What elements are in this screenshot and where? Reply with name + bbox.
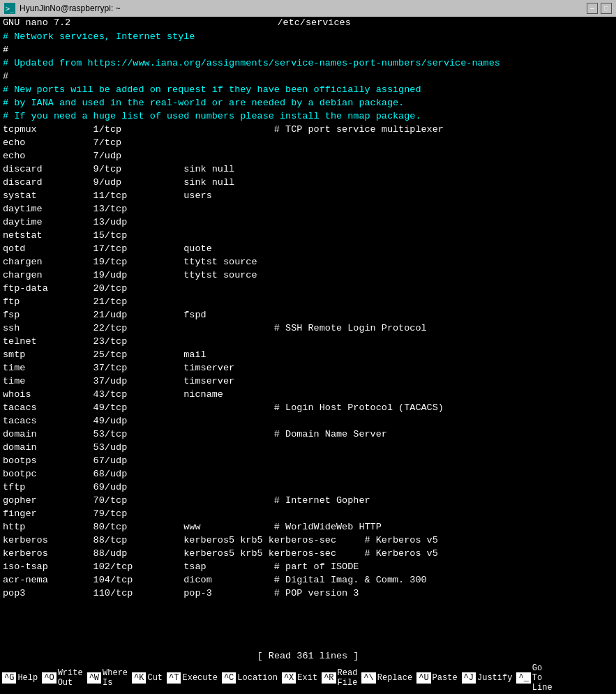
close-button[interactable]: □ xyxy=(601,3,612,14)
shortcut-bar: ^GHelp^OWrite Out^WWhere Is^KCut^TExecut… xyxy=(0,662,616,694)
editor-line: chargen 19/tcp ttytst source xyxy=(3,255,613,269)
editor-line: # Network services, Internet style xyxy=(3,30,613,43)
shortcut-label: Cut xyxy=(147,673,163,683)
shortcut-label: Execute xyxy=(182,673,217,683)
editor-line: daytime 13/udp xyxy=(3,216,613,229)
shortcut-key: ^\ xyxy=(361,672,375,684)
editor-line: netstat 15/tcp xyxy=(3,229,613,242)
editor-line: kerberos 88/udp kerberos5 krb5 kerberos-… xyxy=(3,547,613,560)
shortcut-item[interactable]: ^\Replace xyxy=(359,662,414,694)
shortcut-key: ^R xyxy=(322,672,336,684)
editor-line: bootpc 68/udp xyxy=(3,467,613,481)
shortcut-key: ^G xyxy=(2,672,16,684)
terminal-icon: >_ xyxy=(4,3,15,14)
shortcut-label: Read File xyxy=(338,668,358,688)
editor-line: tacacs 49/tcp # Login Host Protocol (TAC… xyxy=(3,401,613,414)
shortcut-row: ^GHelp^OWrite Out^WWhere Is^KCut^TExecut… xyxy=(0,662,280,694)
editor-line: smtp 25/tcp mail xyxy=(3,348,613,361)
editor-line: domain 53/udp xyxy=(3,441,613,454)
shortcut-key: ^T xyxy=(167,672,181,684)
shortcut-label: Write Out xyxy=(58,668,83,688)
shortcut-item[interactable]: ^GHelp xyxy=(0,662,40,694)
editor-line: tcpmux 1/tcp # TCP port service multiple… xyxy=(3,123,613,136)
nano-version: GNU nano 7.2 xyxy=(3,17,70,28)
shortcut-key: ^U xyxy=(416,672,430,684)
editor-line: kerberos 88/tcp kerberos5 krb5 kerberos-… xyxy=(3,534,613,547)
shortcut-item[interactable]: ^RRead File xyxy=(320,662,359,694)
status-message: [ Read 361 lines ] xyxy=(255,651,362,661)
editor-line: iso-tsap 102/tcp tsap # part of ISODE xyxy=(3,560,613,573)
shortcut-key: ^_ xyxy=(516,672,530,684)
title-bar-left: >_ HyunJinNo@raspberrypi: ~ xyxy=(4,3,121,14)
nano-filename: /etc/services xyxy=(70,17,557,28)
shortcut-key: ^O xyxy=(42,672,56,684)
editor-line: ssh 22/tcp # SSH Remote Login Protocol xyxy=(3,322,613,335)
title-bar-controls: — □ xyxy=(587,3,612,14)
shortcut-key: ^X xyxy=(282,672,296,684)
shortcut-item[interactable]: ^CLocation xyxy=(220,662,280,694)
shortcut-label: Replace xyxy=(377,673,412,683)
editor-line: time 37/tcp timserver xyxy=(3,361,613,375)
editor-line: qotd 17/tcp quote xyxy=(3,242,613,255)
title-bar: >_ HyunJinNo@raspberrypi: ~ — □ xyxy=(0,0,616,17)
editor-line: time 37/udp timserver xyxy=(3,375,613,388)
shortcut-item[interactable]: ^UPaste xyxy=(414,662,459,694)
shortcut-label: Exit xyxy=(297,673,317,683)
shortcut-item[interactable]: ^XExit xyxy=(280,662,320,694)
shortcut-label: Paste xyxy=(433,673,458,683)
editor-line: # Updated from https://www.iana.org/assi… xyxy=(3,56,613,70)
status-bar: [ Read 361 lines ] xyxy=(0,650,616,662)
shortcut-item[interactable]: ^OWrite Out xyxy=(40,662,84,694)
shortcut-label: Where Is xyxy=(103,668,128,688)
editor-line: discard 9/tcp sink null xyxy=(3,163,613,176)
editor-line: discard 9/udp sink null xyxy=(3,176,613,189)
shortcut-row: ^XExit^RRead File^\Replace^UPaste^JJusti… xyxy=(280,662,555,694)
shortcut-key: ^C xyxy=(222,672,236,684)
nano-header: GNU nano 7.2 /etc/services xyxy=(0,17,616,29)
shortcut-label: Justify xyxy=(477,673,512,683)
editor-line: finger 79/tcp xyxy=(3,507,613,520)
editor-line: # xyxy=(3,43,613,56)
editor-line: http 80/tcp www # WorldWideWeb HTTP xyxy=(3,520,613,534)
shortcut-item[interactable]: ^_Go To Line xyxy=(514,662,554,694)
shortcut-label: Help xyxy=(17,673,38,683)
shortcut-label: Go To Line xyxy=(532,663,553,693)
editor-line: echo 7/tcp xyxy=(3,136,613,149)
editor-line: daytime 13/tcp xyxy=(3,202,613,216)
editor-line: systat 11/tcp users xyxy=(3,189,613,202)
shortcut-key: ^W xyxy=(87,672,101,684)
editor-line: tacacs 49/udp xyxy=(3,414,613,428)
shortcut-label: Location xyxy=(237,673,278,683)
editor-line: tftp 69/udp xyxy=(3,481,613,494)
shortcut-key: ^J xyxy=(462,672,476,684)
shortcut-item[interactable]: ^WWhere Is xyxy=(85,662,130,694)
editor-line: fsp 21/udp fspd xyxy=(3,308,613,322)
editor-line: echo 7/udp xyxy=(3,149,613,163)
shortcut-item[interactable]: ^JJustify xyxy=(460,662,515,694)
terminal-window: >_ HyunJinNo@raspberrypi: ~ — □ GNU nano… xyxy=(0,0,616,694)
editor-line: chargen 19/udp ttytst source xyxy=(3,269,613,282)
editor-line: acr-nema 104/tcp dicom # Digital Imag. &… xyxy=(3,573,613,587)
editor-area[interactable]: # Network services, Internet style## Upd… xyxy=(0,29,616,650)
nano-header-right xyxy=(557,17,613,28)
title-bar-title: HyunJinNo@raspberrypi: ~ xyxy=(20,3,121,13)
shortcut-key: ^K xyxy=(132,672,146,684)
editor-line: # by IANA and used in the real-world or … xyxy=(3,96,613,110)
svg-text:>_: >_ xyxy=(6,5,15,13)
editor-line: # If you need a huge list of used number… xyxy=(3,110,613,123)
shortcut-item[interactable]: ^TExecute xyxy=(165,662,220,694)
editor-line: bootps 67/udp xyxy=(3,454,613,467)
editor-line: ftp 21/tcp xyxy=(3,295,613,308)
shortcut-item[interactable]: ^KCut xyxy=(130,662,165,694)
minimize-button[interactable]: — xyxy=(587,3,598,14)
editor-line: domain 53/tcp # Domain Name Server xyxy=(3,428,613,441)
editor-line: # xyxy=(3,70,613,83)
editor-line: telnet 23/tcp xyxy=(3,335,613,348)
editor-line: gopher 70/tcp # Internet Gopher xyxy=(3,494,613,507)
editor-line: ftp-data 20/tcp xyxy=(3,282,613,295)
editor-line: pop3 110/tcp pop-3 # POP version 3 xyxy=(3,587,613,600)
editor-line: whois 43/tcp nicname xyxy=(3,388,613,401)
editor-line: # New ports will be added on request if … xyxy=(3,83,613,96)
